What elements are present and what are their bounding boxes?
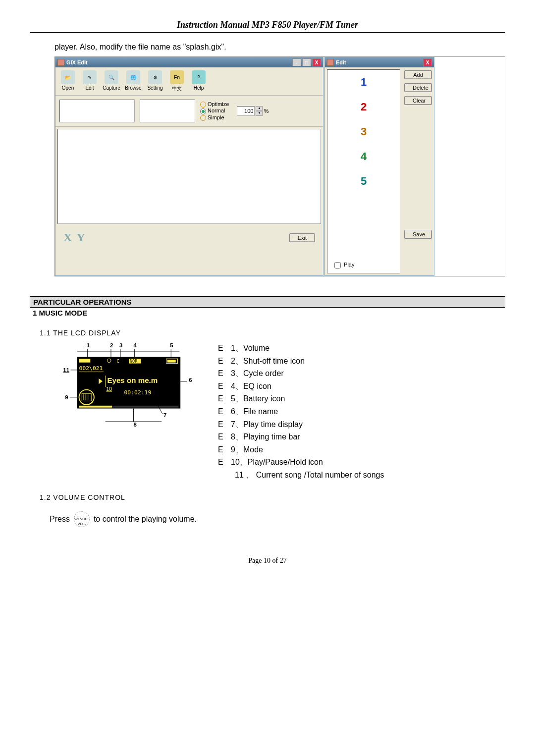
callout-4: 4 — [133, 342, 137, 348]
edit-window: Edit X 1 2 3 4 5 Play Add Delete — [324, 57, 434, 276]
toolbar-setting[interactable]: ⚙Setting — [145, 70, 165, 92]
callout-11: 11 — [63, 367, 69, 373]
spin-up-icon[interactable]: ▲ — [256, 106, 263, 111]
edit-title-text: Edit — [336, 59, 346, 65]
subhead-volume-control: 1.2 VOLUME CONTROL — [40, 493, 505, 501]
toolbar-help[interactable]: ?Help — [188, 70, 209, 92]
edit-frame-list[interactable]: 1 2 3 4 5 Play — [327, 69, 400, 273]
radio-simple[interactable]: Simple — [200, 114, 229, 121]
gix-toolbar: 📂Open ✎Edit 🔍Capture 🌐Browse ⚙Setting En… — [55, 67, 323, 96]
section-music-mode: 1 MUSIC MODE — [30, 307, 505, 317]
vol-text-rest: to control the playing volume. — [94, 515, 197, 524]
minimize-button[interactable]: - — [292, 58, 301, 66]
edit-icon: ✎ — [83, 70, 97, 84]
save-button[interactable]: Save — [404, 230, 432, 239]
lcd-diagram: 1 2 3 4 5 C NOR 002\021 — [54, 342, 203, 433]
play-checkbox[interactable] — [334, 262, 341, 269]
callout-1: 1 — [87, 342, 90, 348]
percent-unit: % — [264, 108, 268, 114]
toolbar-capture[interactable]: 🔍Capture — [101, 70, 122, 92]
page-header-title: Instruction Manual MP3 F850 Player/FM Tu… — [30, 20, 505, 33]
subhead-lcd-display: 1.1 THE LCD DISPLAY — [40, 329, 505, 337]
preview-box-1 — [59, 100, 135, 122]
percent-input[interactable] — [237, 106, 255, 116]
gix-edit-window: GIX Edit - □ X 📂Open ✎Edit 🔍Capture 🌐Bro… — [55, 57, 323, 276]
toolbar-open[interactable]: 📂Open — [57, 70, 78, 92]
callout-9: 9 — [65, 394, 68, 400]
gix-canvas — [57, 129, 321, 224]
gix-options-row: Optimize Normal Simple ▲▼ % — [55, 96, 323, 127]
radio-normal[interactable]: Normal — [200, 108, 229, 114]
play-checkbox-row[interactable]: Play — [327, 258, 400, 273]
gix-app-icon — [57, 59, 64, 66]
delete-button[interactable]: Delete — [404, 83, 432, 92]
open-icon: 📂 — [61, 70, 75, 84]
callout-8: 8 — [133, 422, 136, 428]
list-item[interactable]: 5 — [327, 169, 400, 194]
maximize-button[interactable]: □ — [302, 58, 311, 66]
edit-titlebar: Edit X — [325, 57, 434, 67]
preview-box-2 — [140, 100, 195, 122]
gix-titlebar: GIX Edit - □ X — [55, 57, 323, 67]
list-item[interactable]: 1 — [327, 70, 400, 95]
capture-icon: 🔍 — [105, 70, 118, 84]
lang-icon: En — [170, 70, 184, 84]
add-button[interactable]: Add — [404, 70, 432, 79]
lcd-legend: E1、Volume E2、Shut-off time icon E3、Cycle… — [218, 342, 384, 482]
callout-2: 2 — [110, 342, 113, 348]
browse-icon: 🌐 — [126, 70, 140, 84]
play-label: Play — [344, 262, 354, 268]
svg-text:002\021: 002\021 — [79, 365, 103, 372]
volume-instruction: Press Vol VOL+ VOL- to control the playi… — [50, 511, 505, 527]
screenshot-app-row: GIX Edit - □ X 📂Open ✎Edit 🔍Capture 🌐Bro… — [54, 56, 505, 276]
callout-7: 7 — [163, 412, 166, 418]
clear-button[interactable]: Clear — [404, 96, 432, 105]
svg-text:00:02:19: 00:02:19 — [124, 389, 152, 396]
svg-rect-7 — [79, 359, 91, 363]
toolbar-lang[interactable]: En中文 — [166, 70, 187, 92]
svg-rect-28 — [79, 406, 112, 408]
list-item[interactable]: 3 — [327, 119, 400, 144]
svg-rect-13 — [167, 360, 176, 363]
page-footer: Page 10 of 27 — [30, 557, 505, 565]
volume-button-icon: Vol VOL+ VOL- — [74, 511, 90, 527]
callout-3: 3 — [119, 342, 122, 348]
callout-5: 5 — [170, 342, 173, 348]
spin-down-icon[interactable]: ▼ — [256, 111, 263, 116]
list-item[interactable]: 2 — [327, 95, 400, 119]
exit-button[interactable]: Exit — [289, 233, 315, 242]
quality-radios: Optimize Normal Simple — [200, 101, 229, 120]
percent-spinner[interactable]: ▲▼ % — [237, 106, 268, 116]
edit-close-button[interactable]: X — [423, 58, 432, 66]
edit-app-icon — [327, 59, 334, 66]
gix-title-text: GIX Edit — [66, 59, 88, 65]
section-particular-operations: PARTICULAR OPERATIONS — [30, 296, 505, 307]
setting-icon: ⚙ — [148, 70, 162, 84]
svg-text:C: C — [116, 358, 119, 364]
toolbar-edit[interactable]: ✎Edit — [79, 70, 100, 92]
help-icon: ? — [192, 70, 206, 84]
toolbar-browse[interactable]: 🌐Browse — [123, 70, 144, 92]
close-button[interactable]: X — [312, 58, 321, 66]
vol-text-press: Press — [50, 515, 70, 524]
svg-text:Eyes on me.m: Eyes on me.m — [107, 376, 158, 384]
callout-6: 6 — [189, 377, 192, 383]
list-item[interactable]: 4 — [327, 144, 400, 169]
xy-readout: X Y — [63, 231, 86, 244]
radio-optimize[interactable]: Optimize — [200, 101, 229, 108]
intro-paragraph: player. Also, modify the file name as "s… — [54, 43, 505, 52]
svg-text:NOR: NOR — [130, 359, 138, 364]
legend-tail: 11 、 Current song /Total number of songs — [218, 469, 384, 482]
svg-text:10: 10 — [107, 386, 112, 392]
